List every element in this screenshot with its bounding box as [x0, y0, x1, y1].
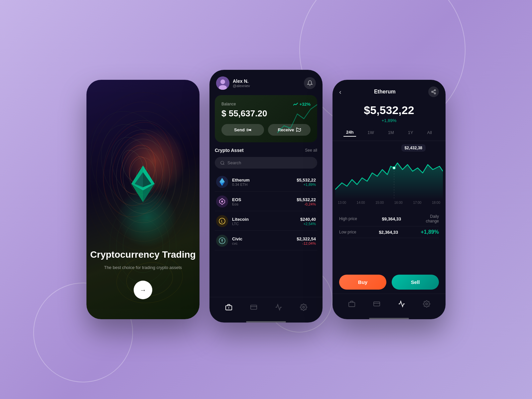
wallet-header: Alex N. @alexniev [209, 70, 323, 95]
tab-24h[interactable]: 24h [343, 128, 356, 137]
low-price-value: $2,364,33 [379, 230, 398, 235]
high-price-label: High price [339, 216, 357, 221]
chart-x-axis: 13:00 14:00 15:00 16:00 17:00 18:00 [335, 201, 443, 204]
crypto-list: Etherum 0.34 ETH $5,532,22 +1,89% [215, 173, 317, 250]
crypto-item-cvc[interactable]: Civic cvc $2,322,54 -12,04% [215, 231, 317, 250]
svg-point-37 [221, 200, 223, 202]
detail-home-indicator [369, 318, 409, 319]
search-bar[interactable]: Search [215, 157, 317, 169]
nav-chart[interactable] [273, 301, 285, 313]
tab-1w[interactable]: 1W [365, 129, 377, 136]
x-label-1: 13:00 [338, 201, 346, 204]
eos-symbol: Eos [232, 202, 241, 206]
svg-point-47 [432, 91, 433, 92]
eos-price: $5,532,22 [297, 197, 316, 202]
get-started-button[interactable] [134, 281, 152, 299]
crypto-item-eos[interactable]: EOS Eos $5,532,22 -0,24% [215, 192, 317, 211]
chart-svg [335, 146, 443, 200]
buy-button[interactable]: Buy [339, 275, 386, 290]
detail-header: ‹ Etherum [332, 80, 446, 101]
detail-nav-wallet[interactable] [346, 298, 358, 310]
ltc-price: $240,40 [300, 217, 316, 222]
crypto-section: Crypto Asset See all Search [209, 148, 323, 297]
avatar [216, 76, 229, 90]
svg-point-30 [220, 79, 225, 84]
ltc-change: +2,54% [300, 222, 316, 226]
svg-rect-54 [373, 302, 379, 306]
see-all-link[interactable]: See all [305, 148, 317, 153]
crypto-item-ltc[interactable]: Ł Litecoin LTC $240,40 +2,54% [215, 212, 317, 231]
phones-container: Cryptocurrency Trading The best choice f… [86, 76, 446, 323]
search-icon [220, 161, 225, 165]
splash-title: Cryptocurrency Trading [90, 249, 196, 260]
x-label-5: 17:00 [413, 201, 421, 204]
svg-rect-53 [348, 302, 354, 307]
bottom-nav [209, 297, 323, 320]
svg-point-48 [434, 93, 436, 94]
splash-subtitle: The best choice for trading crypto asset… [90, 264, 196, 271]
eos-change: -0,24% [297, 202, 316, 206]
back-button[interactable]: ‹ [339, 88, 341, 96]
eth-symbol: 0.34 ETH [232, 183, 250, 187]
section-header: Crypto Asset See all [215, 148, 317, 153]
eth-logo-large [128, 166, 158, 202]
price-chart: $2,432,38 [332, 141, 446, 207]
detail-nav-settings[interactable] [421, 298, 433, 310]
eth-name: Etherum [232, 178, 250, 183]
cvc-icon [216, 235, 228, 247]
svg-point-56 [426, 303, 428, 305]
cvc-change: -12,04% [297, 241, 316, 245]
nav-wallet[interactable] [223, 301, 235, 313]
share-button[interactable] [428, 86, 439, 97]
search-input[interactable]: Search [227, 160, 241, 165]
ltc-name: Litecoin [232, 217, 249, 222]
notification-button[interactable] [304, 77, 316, 89]
sell-button[interactable]: Sell [392, 275, 439, 290]
time-tabs: 24h 1W 1M 1Y All [332, 128, 446, 141]
tab-1m[interactable]: 1M [385, 129, 397, 136]
user-profile[interactable]: Alex N. @alexniev [216, 76, 250, 90]
svg-text:Ł: Ł [221, 219, 223, 223]
cvc-symbol: cvc [232, 241, 242, 245]
high-price-value: $9,364,33 [382, 216, 401, 221]
svg-line-49 [433, 92, 435, 93]
price-section: $5,532,22 +1,89% [332, 101, 446, 128]
ltc-icon: Ł [216, 215, 228, 227]
cvc-name: Civic [232, 236, 242, 241]
nav-cards[interactable] [248, 301, 260, 313]
coin-title: Etherum [374, 89, 396, 95]
svg-rect-43 [250, 305, 256, 310]
eth-price: $5,532,22 [297, 178, 316, 183]
tab-all[interactable]: All [425, 129, 435, 136]
eos-name: EOS [232, 197, 241, 202]
user-name: Alex N. [233, 78, 250, 84]
eos-icon [216, 196, 228, 207]
detail-nav-chart[interactable] [396, 298, 408, 310]
nav-settings[interactable] [298, 301, 310, 313]
detail-nav-cards[interactable] [371, 298, 383, 310]
svg-line-50 [433, 90, 435, 91]
phone-splash: Cryptocurrency Trading The best choice f… [86, 80, 200, 319]
svg-point-32 [221, 161, 224, 164]
phone-detail: ‹ Etherum $5,532,22 +1,89% 24h 1W 1M 1Y … [332, 80, 446, 319]
svg-line-33 [223, 164, 224, 165]
balance-change: +32% [293, 102, 311, 107]
coin-change: +1,89% [339, 118, 439, 123]
trade-buttons: Buy Sell [332, 271, 446, 294]
high-price-row: High price $9,364,33 Dailychange [339, 211, 439, 226]
splash-text: Cryptocurrency Trading The best choice f… [90, 249, 196, 271]
x-label-3: 15:00 [375, 201, 384, 204]
detail-nav [332, 294, 446, 317]
svg-point-46 [434, 89, 436, 91]
svg-point-45 [303, 306, 305, 308]
crypto-item-eth[interactable]: Etherum 0.34 ETH $5,532,22 +1,89% [215, 173, 317, 192]
x-label-2: 14:00 [357, 201, 365, 204]
x-label-6: 18:00 [432, 201, 440, 204]
ltc-symbol: LTC [232, 222, 249, 226]
tab-1y[interactable]: 1Y [405, 129, 416, 136]
send-button[interactable]: Send [221, 124, 264, 136]
eth-icon [216, 176, 228, 188]
x-label-4: 16:00 [394, 201, 403, 204]
low-price-row: Low price $2,364,33 +1,89% [339, 226, 439, 238]
cvc-price: $2,322,54 [297, 236, 316, 241]
